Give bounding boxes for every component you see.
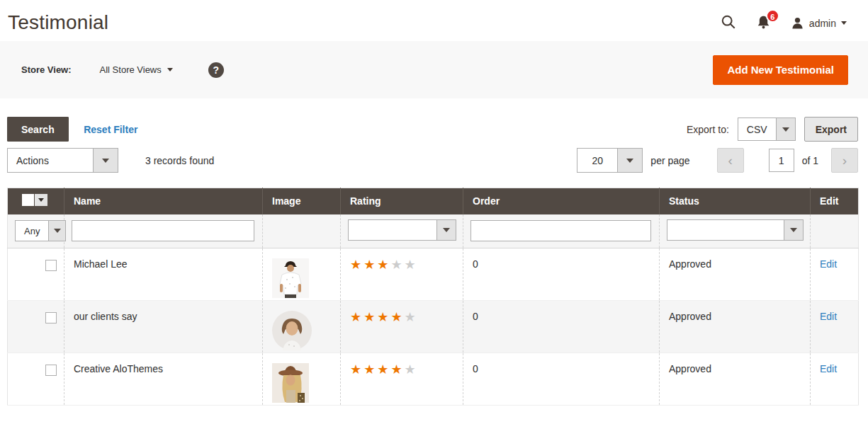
star-empty-icon: ★ <box>405 258 418 272</box>
per-page-select[interactable]: 20 <box>577 148 643 173</box>
user-icon <box>791 16 804 30</box>
export-button[interactable]: Export <box>804 117 858 142</box>
export-to-label: Export to: <box>687 124 729 135</box>
row-checkbox[interactable] <box>45 365 57 376</box>
chevron-down-icon <box>617 149 642 172</box>
cell-status: Approved <box>660 248 811 301</box>
chevron-down-icon <box>167 68 173 71</box>
select-mode-filter[interactable]: Any <box>15 220 66 241</box>
store-view-switcher[interactable]: All Store Views <box>100 64 173 75</box>
page-header: Testimonial 6 admin <box>0 0 868 41</box>
add-new-testimonial-button[interactable]: Add New Testimonial <box>713 55 848 85</box>
table-row[interactable]: Michael Lee ★★★★★ 0 Approved Edit <box>8 248 859 301</box>
export-group: Export to: CSV Export <box>687 117 858 142</box>
search-button[interactable]: Search <box>7 117 69 142</box>
per-page-label: per page <box>650 155 689 166</box>
previous-page-button[interactable]: ‹ <box>717 148 744 173</box>
rating-stars: ★★★★★ <box>350 258 418 272</box>
header-icons: 6 admin <box>721 8 847 32</box>
chevron-down-icon <box>436 220 456 240</box>
next-page-button[interactable]: › <box>831 148 858 173</box>
column-header-name[interactable]: Name <box>64 188 263 214</box>
status-filter-select[interactable] <box>667 219 804 241</box>
star-empty-icon: ★ <box>405 310 418 324</box>
select-mode-value: Any <box>16 221 48 241</box>
cell-name: Michael Lee <box>64 248 263 301</box>
grid-controls-bar: Actions 3 records found 20 per page ‹ of… <box>7 148 858 173</box>
select-all-checkbox[interactable] <box>22 194 34 206</box>
photo-woman-with-hat <box>272 363 309 403</box>
star-empty-icon: ★ <box>390 258 404 272</box>
row-checkbox[interactable] <box>45 312 57 323</box>
name-filter-input[interactable] <box>72 220 254 241</box>
star-filled-icon: ★ <box>390 362 404 377</box>
column-header-edit: Edit <box>811 188 859 214</box>
column-header-status[interactable]: Status <box>660 188 811 214</box>
export-format-select[interactable]: CSV <box>738 118 796 141</box>
per-page-value: 20 <box>577 149 617 172</box>
store-view-panel: Store View: All Store Views ? Add New Te… <box>0 41 868 98</box>
page-title: Testimonial <box>8 11 108 34</box>
star-filled-icon: ★ <box>377 362 390 377</box>
star-filled-icon: ★ <box>377 310 390 324</box>
chevron-down-icon <box>35 194 47 206</box>
cell-name: Creative AloThemes <box>64 353 263 406</box>
photo-young-man-portrait <box>272 311 312 350</box>
store-view-selected: All Store Views <box>100 64 162 75</box>
mass-actions-value: Actions <box>8 149 93 172</box>
rating-stars: ★★★★★ <box>350 362 418 377</box>
records-found-text: 3 records found <box>145 155 214 166</box>
search-reset-group: Search Reset Filter <box>7 117 137 142</box>
column-header-order[interactable]: Order <box>463 188 660 214</box>
reset-filter-link[interactable]: Reset Filter <box>84 124 137 135</box>
star-filled-icon: ★ <box>350 258 363 272</box>
cell-status: Approved <box>660 353 811 406</box>
table-row[interactable]: Creative AloThemes ★★★★★ 0 Approved Edit <box>8 353 859 406</box>
select-all-column-header <box>8 188 64 214</box>
cell-name: our clients say <box>64 301 263 353</box>
star-filled-icon: ★ <box>363 258 377 272</box>
cell-order: 0 <box>463 301 660 353</box>
page-total-label: of 1 <box>802 155 818 166</box>
edit-link[interactable]: Edit <box>820 311 837 322</box>
chevron-down-icon <box>841 21 847 25</box>
edit-link[interactable]: Edit <box>820 258 837 270</box>
row-checkbox[interactable] <box>45 260 57 271</box>
admin-username: admin <box>809 18 836 29</box>
edit-link[interactable]: Edit <box>820 363 837 374</box>
column-header-image[interactable]: Image <box>263 188 341 214</box>
grid-header-row: Name Image Rating Order Status Edit <box>8 188 859 214</box>
select-all-dropdown[interactable] <box>22 194 47 206</box>
search-icon[interactable] <box>721 14 736 32</box>
cell-order: 0 <box>463 248 660 301</box>
search-export-bar: Search Reset Filter Export to: CSV Expor… <box>7 117 858 142</box>
column-header-rating[interactable]: Rating <box>341 188 463 214</box>
chevron-down-icon <box>48 221 65 241</box>
current-page-input[interactable] <box>769 149 794 172</box>
cell-status: Approved <box>660 301 811 353</box>
grid-filter-row: Any <box>8 214 859 248</box>
admin-user-menu[interactable]: admin <box>791 16 847 30</box>
star-empty-icon: ★ <box>405 362 418 377</box>
star-filled-icon: ★ <box>363 362 377 377</box>
order-filter-input[interactable] <box>470 220 651 241</box>
star-filled-icon: ★ <box>350 362 363 377</box>
mass-actions-select[interactable]: Actions <box>7 148 118 173</box>
rating-stars: ★★★★★ <box>350 310 418 324</box>
chevron-down-icon <box>93 149 118 172</box>
cell-order: 0 <box>463 353 660 406</box>
star-filled-icon: ★ <box>377 258 390 272</box>
notification-count-badge: 6 <box>766 9 779 23</box>
star-filled-icon: ★ <box>350 310 363 324</box>
star-filled-icon: ★ <box>390 310 404 324</box>
chevron-down-icon <box>784 220 803 240</box>
rating-filter-select[interactable] <box>348 219 456 241</box>
store-view-label: Store View: <box>21 64 72 75</box>
chevron-down-icon <box>776 118 795 140</box>
table-row[interactable]: our clients say ★★★★★ 0 Approved Edit <box>8 301 859 353</box>
testimonial-grid: Name Image Rating Order Status Edit Any <box>7 188 859 406</box>
notifications-bell-icon[interactable]: 6 <box>756 15 771 32</box>
photo-michael-lee <box>272 258 309 298</box>
help-icon[interactable]: ? <box>208 62 224 78</box>
export-format-value: CSV <box>738 118 776 140</box>
